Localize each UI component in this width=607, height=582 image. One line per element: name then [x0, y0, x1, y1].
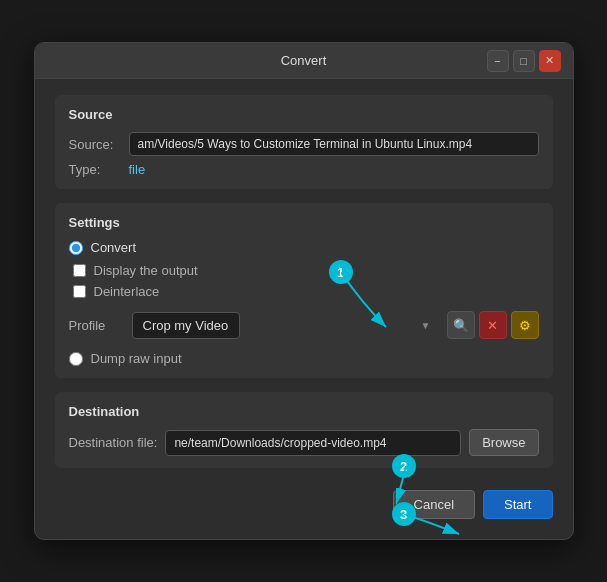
window-title: Convert — [281, 53, 327, 68]
cancel-button[interactable]: Cancel — [393, 490, 475, 519]
dest-label: Destination file: — [69, 435, 158, 450]
destination-input[interactable] — [165, 430, 461, 456]
deinterlace-checkbox[interactable] — [73, 285, 86, 298]
display-output-row: Display the output — [73, 263, 539, 278]
settings-title: Settings — [69, 215, 539, 230]
source-section: Source Source: Type: file — [55, 95, 553, 189]
source-field-row: Source: — [69, 132, 539, 156]
settings-profile-button[interactable]: ⚙ — [511, 311, 539, 339]
convert-radio-row: Convert — [69, 240, 539, 255]
destination-row: Destination file: Browse — [69, 429, 539, 456]
profile-select[interactable]: Crop my Video — [132, 312, 240, 339]
destination-title: Destination — [69, 404, 539, 419]
type-field-row: Type: file — [69, 162, 539, 177]
maximize-button[interactable]: □ — [513, 50, 535, 72]
search-icon: 🔍 — [453, 318, 469, 333]
browse-button[interactable]: Browse — [469, 429, 538, 456]
delete-icon: ✕ — [487, 318, 498, 333]
search-profile-button[interactable]: 🔍 — [447, 311, 475, 339]
close-button[interactable]: ✕ — [539, 50, 561, 72]
dialog-content: Source Source: Type: file Settings Conve… — [35, 79, 573, 539]
convert-radio[interactable] — [69, 241, 83, 255]
button-row: Cancel Start — [55, 482, 553, 523]
source-label: Source: — [69, 137, 129, 152]
source-input[interactable] — [129, 132, 539, 156]
display-output-checkbox[interactable] — [73, 264, 86, 277]
source-title: Source — [69, 107, 539, 122]
destination-section: Destination Destination file: Browse — [55, 392, 553, 468]
gear-icon: ⚙ — [519, 318, 531, 333]
chevron-down-icon: ▼ — [421, 320, 431, 331]
deinterlace-row: Deinterlace — [73, 284, 539, 299]
settings-section: Settings Convert Display the output Dein… — [55, 203, 553, 378]
profile-row: Profile Crop my Video ▼ 🔍 ✕ — [69, 311, 539, 339]
dump-raw-row: Dump raw input — [69, 351, 539, 366]
dump-raw-radio[interactable] — [69, 352, 83, 366]
convert-dialog: Convert − □ ✕ Source Source: Type: file — [34, 42, 574, 540]
profile-actions: 🔍 ✕ ⚙ — [447, 311, 539, 339]
profile-select-wrapper: Crop my Video ▼ — [132, 312, 439, 339]
type-value: file — [129, 162, 146, 177]
window-controls: − □ ✕ — [487, 50, 561, 72]
minimize-button[interactable]: − — [487, 50, 509, 72]
start-button[interactable]: Start — [483, 490, 552, 519]
display-output-label: Display the output — [94, 263, 198, 278]
dump-raw-label: Dump raw input — [91, 351, 182, 366]
deinterlace-label: Deinterlace — [94, 284, 160, 299]
titlebar: Convert − □ ✕ — [35, 43, 573, 79]
delete-profile-button[interactable]: ✕ — [479, 311, 507, 339]
convert-label: Convert — [91, 240, 137, 255]
profile-label: Profile — [69, 318, 124, 333]
type-label: Type: — [69, 162, 129, 177]
